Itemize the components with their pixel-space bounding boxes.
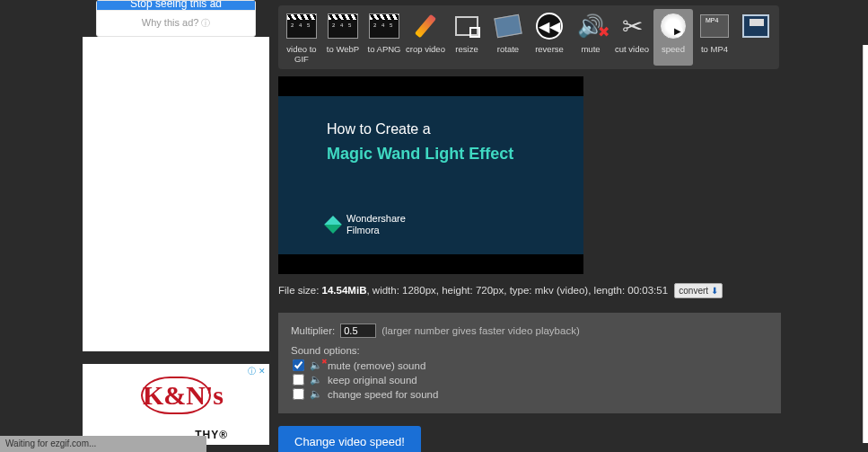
toolbar: video to GIF to WebP to APNG crop video …	[278, 5, 779, 69]
ad-placeholder	[83, 37, 269, 351]
opt-change-label: change speed for sound	[328, 389, 438, 400]
video-brand: WondershareFilmora	[346, 213, 406, 236]
tool-rotate[interactable]: rotate	[488, 9, 528, 66]
convert-button[interactable]: convert	[674, 283, 723, 298]
mp4-icon	[700, 14, 729, 38]
clapper-icon	[286, 13, 317, 39]
scissors-icon: ✂	[622, 12, 643, 41]
speed-icon	[660, 13, 687, 40]
sound-muted-icon: 🔈	[310, 359, 322, 371]
opt-mute-label: mute (remove) sound	[328, 360, 425, 371]
tool-video-to-gif[interactable]: video to GIF	[282, 9, 321, 66]
rotate-icon	[494, 14, 522, 39]
scrollbar[interactable]	[863, 45, 868, 443]
file-size: 14.54MiB	[322, 285, 367, 296]
opt-keep-label: keep original sound	[328, 375, 417, 386]
reverse-icon: ◀◀	[536, 13, 563, 40]
multiplier-input[interactable]	[340, 323, 376, 338]
submit-button[interactable]: Change video speed!	[278, 426, 421, 452]
tool-resize[interactable]: resize	[447, 9, 487, 66]
stop-ad-button[interactable]: Stop seeing this ad	[97, 1, 255, 10]
tool-to-mp4[interactable]: to MP4	[695, 9, 734, 66]
tool-to-apng[interactable]: to APNG	[364, 9, 404, 66]
main-content: video to GIF to WebP to APNG crop video …	[278, 0, 868, 452]
tool-speed[interactable]: speed	[653, 9, 693, 66]
pencil-icon	[415, 14, 436, 39]
tool-reverse[interactable]: ◀◀reverse	[530, 9, 569, 66]
sound-icon: 🔈	[310, 388, 322, 400]
kn-logo: K&N's	[141, 377, 211, 414]
browser-status-bar: Waiting for ezgif.com...	[0, 436, 206, 452]
wondershare-icon	[324, 216, 342, 234]
ad-close-icon[interactable]: ⓘ ✕	[248, 366, 266, 377]
clapper-icon	[328, 13, 358, 39]
left-sidebar: Stop seeing this ad Why this ad? ⓘ ✕ K&N…	[83, 0, 269, 445]
ad-control-box: Stop seeing this ad Why this ad?	[96, 0, 256, 37]
video-frame: How to Create a Magic Wand Light Effect …	[278, 96, 583, 254]
tool-save[interactable]	[736, 9, 776, 66]
opt-keep-checkbox[interactable]	[293, 374, 304, 386]
tool-cut-video[interactable]: ✂cut video	[612, 9, 652, 66]
sound-options-header: Sound options:	[291, 345, 768, 356]
options-panel: Multiplier: (larger number gives faster …	[278, 313, 781, 413]
save-icon	[742, 14, 769, 38]
tool-mute[interactable]: 🔊mute	[571, 9, 610, 66]
opt-change-checkbox[interactable]	[293, 388, 304, 400]
ad-banner[interactable]: ⓘ ✕ K&N's .THY®	[83, 364, 269, 445]
multiplier-hint: (larger number gives faster video playba…	[381, 325, 580, 336]
opt-mute-checkbox[interactable]	[293, 359, 304, 371]
tool-crop-video[interactable]: crop video	[406, 9, 445, 66]
sound-icon: 🔈	[310, 374, 322, 386]
file-info: File size: 14.54MiB, width: 1280px, heig…	[278, 283, 868, 298]
resize-icon	[455, 16, 478, 36]
why-ad-link[interactable]: Why this ad?	[97, 10, 255, 36]
tool-to-webp[interactable]: to WebP	[323, 9, 363, 66]
mute-icon: 🔊	[577, 13, 604, 39]
video-title-line2: Magic Wand Light Effect	[327, 145, 583, 164]
video-preview[interactable]: How to Create a Magic Wand Light Effect …	[278, 76, 583, 274]
clapper-icon	[369, 13, 399, 39]
multiplier-label: Multiplier:	[291, 325, 335, 336]
video-title-line1: How to Create a	[327, 121, 583, 137]
